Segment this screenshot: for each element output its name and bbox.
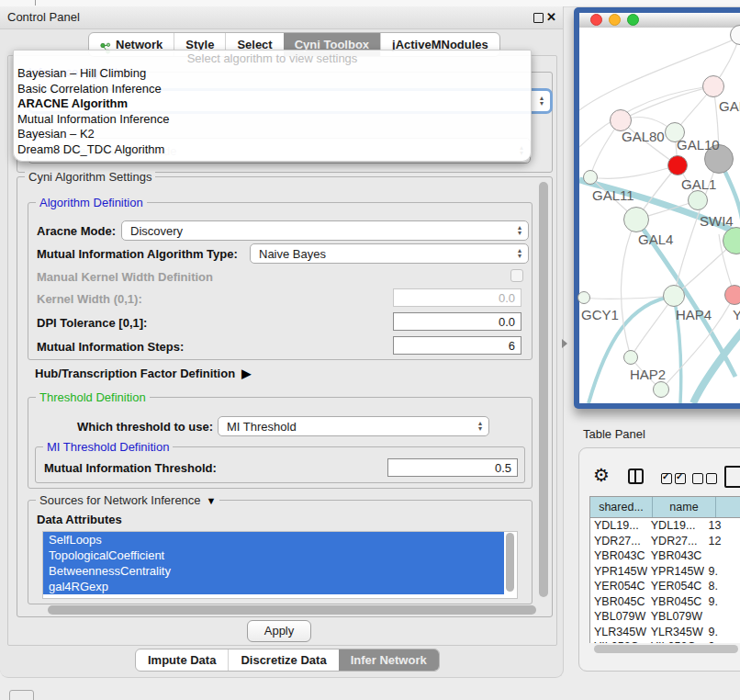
table-cell: YER054C	[590, 579, 647, 594]
table-cell: YLR345W	[590, 625, 647, 640]
table-cell: YLR345W	[647, 625, 705, 640]
hub-definition-header[interactable]: Hub/Transcription Factor Definition▶	[35, 367, 251, 380]
table-column-header[interactable]: name	[653, 497, 716, 517]
combo-spinner-icon: ▴▾	[540, 96, 544, 107]
kernel-width-input[interactable]: 0.0	[393, 288, 521, 307]
tab-impute-data[interactable]: Impute Data	[136, 649, 228, 671]
columns-icon-divider	[634, 470, 636, 482]
table-horizontal-scrollbar[interactable]	[594, 645, 738, 653]
table-column-header[interactable]	[716, 497, 740, 517]
table-row[interactable]: YIL052CYIL052C9.	[590, 639, 740, 643]
threshold-definition-legend: Threshold Definition	[36, 390, 150, 404]
control-panel-titlebar	[0, 6, 563, 29]
gear-icon[interactable]: ⚙	[593, 464, 610, 486]
zoom-traffic-light-icon[interactable]	[627, 14, 639, 26]
aracne-mode-label: Aracne Mode:	[37, 224, 116, 238]
data-attribute-item[interactable]: gal4RGexp	[43, 579, 504, 594]
table-row[interactable]: YBR045CYBR045C9.	[590, 594, 740, 610]
algorithm-option[interactable]: Bayesian – Hill Climbing	[14, 66, 531, 82]
table-cell: YBR043C	[590, 548, 647, 564]
settings-vertical-scrollbar[interactable]	[539, 182, 548, 597]
table-cell: YPR145W	[647, 564, 705, 580]
which-threshold-combo[interactable]: MI Threshold ▴▾	[218, 416, 489, 436]
minimize-traffic-light-icon[interactable]	[609, 14, 621, 26]
settings-horizontal-scrollbar[interactable]	[48, 605, 536, 615]
table-cell: 9.	[704, 639, 740, 643]
top-strip-tick	[35, 0, 36, 6]
manual-kernel-checkbox[interactable]	[510, 269, 523, 282]
table-cell: 12	[704, 534, 740, 549]
algorithm-option[interactable]: Mutual Information Inference	[14, 112, 531, 128]
network-node[interactable]	[724, 285, 740, 305]
table-row[interactable]: YER054CYER054C8.	[590, 579, 740, 594]
mi-type-combo[interactable]: Naive Bayes ▴▾	[250, 243, 529, 264]
control-panel-title: Control Panel	[7, 10, 80, 24]
dpi-tolerance-label: DPI Tolerance [0,1]:	[37, 316, 147, 330]
table-body: YDL19...YDL19...13YDR27...YDR27...12YBR0…	[590, 518, 740, 643]
table-cell: YBL079W	[647, 609, 705, 625]
network-node[interactable]	[688, 190, 708, 210]
network-node[interactable]	[667, 155, 688, 175]
table-cell: 8.	[704, 579, 740, 594]
table-column-header[interactable]: shared...	[590, 497, 653, 517]
table-cell: 13	[704, 518, 740, 534]
table-row[interactable]: YDL19...YDL19...13	[590, 518, 740, 534]
bottom-left-partial-button[interactable]	[9, 690, 34, 700]
network-node-label: GAL4	[638, 231, 673, 247]
table-cell: YIL052C	[647, 639, 705, 643]
deselect-all-columns-icon[interactable]	[692, 473, 717, 484]
table-row[interactable]: YPR145WYPR145W9.	[590, 564, 740, 580]
table-row[interactable]: YDR27...YDR27...12	[590, 534, 740, 549]
algorithm-option[interactable]: Bayesian – K2	[14, 127, 531, 142]
algorithm-option[interactable]: Dream8 DC_TDC Algorithm	[14, 142, 531, 158]
float-window-icon[interactable]	[533, 13, 544, 23]
mi-type-label: Mutual Information Algorithm Type:	[37, 247, 238, 261]
network-node[interactable]	[623, 350, 638, 365]
select-all-columns-icon[interactable]	[661, 473, 686, 484]
table-row[interactable]: YBR043CYBR043C	[590, 548, 740, 564]
close-traffic-light-icon[interactable]	[590, 14, 602, 26]
tab-infer-network[interactable]: Infer Network	[339, 649, 439, 671]
data-attribute-item[interactable]: SelfLoops	[43, 532, 504, 548]
table-cell: 9.	[704, 594, 740, 610]
network-node-label: HAP2	[630, 367, 666, 382]
algorithm-option[interactable]: Basic Correlation Inference	[14, 82, 531, 97]
data-attributes-list: SelfLoopsTopologicalCoefficientBetweenne…	[42, 531, 518, 599]
network-node[interactable]	[702, 75, 724, 97]
apply-button[interactable]: Apply	[247, 620, 311, 642]
close-icon[interactable]: ✕	[546, 10, 556, 24]
algorithm-option[interactable]: ARACNE Algorithm	[14, 96, 531, 112]
network-node-label: GAL1	[681, 176, 716, 192]
panel-splitter-arrow[interactable]	[562, 339, 567, 348]
table-cell: YBR045C	[590, 594, 647, 610]
data-attribute-item[interactable]: TopologicalCoefficient	[43, 548, 504, 563]
mi-steps-label: Mutual Information Steps:	[37, 340, 184, 354]
network-node[interactable]	[723, 227, 740, 254]
table-row[interactable]: YBL079WYBL079W	[590, 609, 740, 625]
algorithm-popup-list: Bayesian – Hill ClimbingBasic Correlatio…	[14, 66, 531, 157]
network-canvas[interactable]: GAL7GAL80GAL10GAL1GAL11SWI4GAL4GCY1HAP4Y…	[579, 28, 740, 403]
mi-steps-input[interactable]: 6	[393, 336, 521, 355]
network-node[interactable]	[577, 291, 590, 304]
network-node[interactable]	[653, 381, 669, 398]
combo-spinner-icon: ▴▾	[478, 421, 482, 432]
aracne-mode-combo[interactable]: Discovery ▴▾	[121, 220, 529, 241]
manual-kernel-label: Manual Kernel Width Definition	[37, 270, 213, 284]
network-node-label: GAL10	[677, 137, 720, 152]
mi-threshold-input[interactable]: 0.5	[387, 458, 518, 477]
network-node[interactable]	[663, 285, 685, 307]
data-attribute-item[interactable]: BetweennessCentrality	[43, 563, 504, 579]
attributes-vertical-scrollbar[interactable]	[506, 533, 514, 592]
export-table-icon[interactable]	[724, 466, 740, 488]
table-cell	[704, 548, 740, 564]
table-row[interactable]: YLR345WYLR345W9.	[590, 625, 740, 640]
network-node[interactable]	[583, 170, 598, 185]
network-node-label: GAL80	[622, 129, 665, 144]
sources-legend[interactable]: Sources for Network Inference▼	[36, 493, 219, 507]
bottom-tabbar: Impute Data Discretize Data Infer Networ…	[135, 649, 440, 672]
network-node[interactable]	[623, 207, 649, 232]
tab-discretize-data[interactable]: Discretize Data	[228, 649, 338, 671]
table-cell	[704, 609, 740, 625]
dpi-tolerance-input[interactable]: 0.0	[393, 312, 521, 331]
network-node[interactable]	[730, 25, 740, 45]
